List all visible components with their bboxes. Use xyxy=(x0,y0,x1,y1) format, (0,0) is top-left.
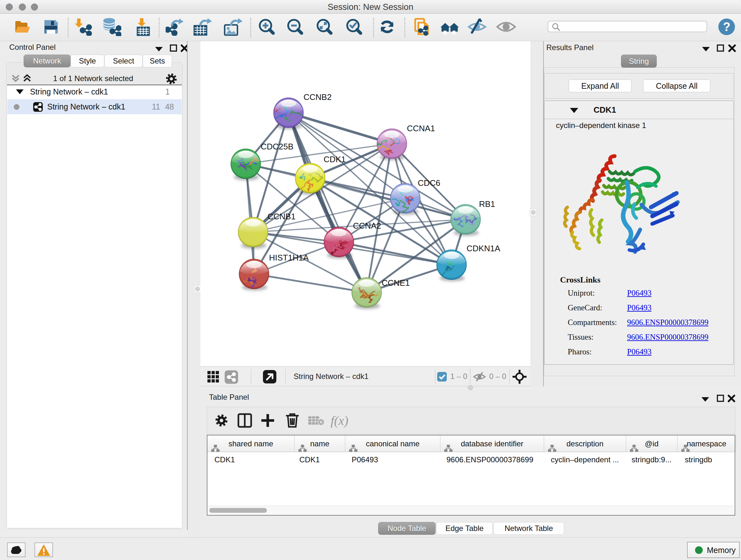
svg-text:CDK1: CDK1 xyxy=(324,154,346,164)
svg-text:CDC6: CDC6 xyxy=(418,178,441,188)
svg-text:?: ? xyxy=(723,20,730,34)
svg-text:CCNA2: CCNA2 xyxy=(353,221,381,231)
svg-text:CCNE1: CCNE1 xyxy=(382,278,410,288)
svg-text:CCNB1: CCNB1 xyxy=(267,212,295,221)
svg-text:CDC25B: CDC25B xyxy=(261,142,293,151)
svg-text:CCNA1: CCNA1 xyxy=(407,124,435,133)
svg-text:HIST1H1A: HIST1H1A xyxy=(269,253,309,262)
svg-text:CCNB2: CCNB2 xyxy=(304,92,332,102)
svg-text:RB1: RB1 xyxy=(479,199,495,209)
svg-text:CDKN1A: CDKN1A xyxy=(467,244,500,253)
